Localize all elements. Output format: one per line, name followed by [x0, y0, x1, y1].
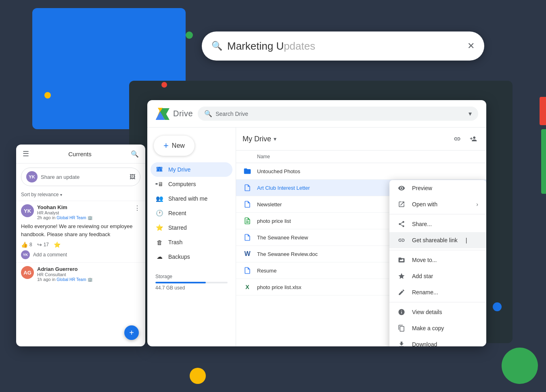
search-icon: 🔍: [204, 110, 212, 117]
menu-divider-1: [389, 214, 486, 214]
storage-bar: [155, 282, 228, 283]
floating-search-bar[interactable]: 🔍 Marketing Updates ✕: [202, 31, 484, 61]
fab-button[interactable]: +: [124, 325, 139, 340]
user-avatar-share: YK: [26, 171, 38, 182]
red-dot-mid: [161, 82, 167, 88]
add-star-icon: [397, 272, 406, 280]
post-role-1: HR Analyst: [37, 210, 92, 215]
add-person-button[interactable]: [467, 132, 480, 145]
drive-body: + New My Drive 🖥 Computers: [147, 128, 486, 346]
open-with-icon: [397, 200, 406, 208]
file-row[interactable]: Untouched Photos: [236, 163, 486, 180]
menu-divider-3: [389, 302, 486, 302]
new-button[interactable]: + New: [154, 136, 195, 156]
sidebar-label-recent: Recent: [168, 210, 186, 216]
blue-dot-bottom-right: [493, 302, 502, 311]
open-with-arrow: ›: [476, 201, 478, 208]
drive-logo: Drive: [155, 107, 193, 120]
sidebar-label-my-drive: My Drive: [168, 166, 190, 173]
yellow-dot: [44, 92, 51, 99]
like-action[interactable]: 👍 8: [21, 241, 32, 248]
post-author-1: YK Yoohan Kim HR Analyst 2h ago in Globa…: [21, 204, 140, 220]
post-item-1: YK Yoohan Kim HR Analyst 2h ago in Globa…: [16, 201, 145, 262]
currents-search-icon[interactable]: 🔍: [131, 150, 139, 158]
drive-header: Drive 🔍 Search Drive ▾: [147, 100, 486, 128]
context-menu-preview[interactable]: Preview: [389, 180, 486, 196]
context-menu-share[interactable]: Share...: [389, 216, 486, 232]
context-menu-move-to[interactable]: Move to...: [389, 252, 486, 268]
context-menu-rename[interactable]: Rename...: [389, 284, 486, 300]
sort-bar[interactable]: Sort by relevance ▾: [16, 190, 145, 201]
avatar-yoohan: YK: [21, 204, 34, 217]
view-details-label: View details: [412, 309, 442, 315]
drive-search-bar[interactable]: 🔍 Search Drive ▾: [198, 107, 478, 121]
doc-icon: [243, 183, 252, 193]
doc-icon: [243, 199, 252, 209]
share-update-text: Share an update: [41, 174, 79, 180]
post-options-1[interactable]: ⋮: [134, 204, 140, 212]
hamburger-icon[interactable]: ☰: [23, 149, 29, 158]
drive-main: My Drive ▾ Name: [236, 128, 486, 346]
sidebar-item-trash[interactable]: 🗑 Trash: [151, 235, 232, 249]
star-action[interactable]: ⭐: [54, 241, 61, 248]
my-drive-icon: [155, 166, 163, 174]
add-comment-text: Add a comment: [33, 252, 67, 258]
sidebar-label-starred: Starred: [168, 224, 187, 231]
storage-label: Storage: [155, 274, 228, 279]
close-search-icon[interactable]: ✕: [467, 41, 475, 51]
add-comment-bar[interactable]: YK Add a comment: [21, 250, 140, 259]
doc-icon: [243, 233, 252, 242]
share-update-bar[interactable]: YK Share an update 🖼: [21, 168, 140, 186]
toolbar-actions: [451, 132, 480, 145]
sidebar-item-recent[interactable]: 🕐 Recent: [151, 206, 232, 220]
sidebar-label-backups: Backups: [168, 254, 190, 260]
currents-title: Currents: [29, 151, 131, 157]
search-dropdown-icon[interactable]: ▾: [469, 110, 472, 117]
folder-icon: [243, 166, 252, 176]
trash-icon: 🗑: [155, 238, 163, 246]
sidebar-item-computers[interactable]: 🖥 Computers: [151, 177, 232, 191]
context-menu-download[interactable]: Download: [389, 336, 486, 346]
avatar-comment: YK: [21, 250, 30, 259]
word-icon: W: [243, 249, 252, 259]
sidebar-item-starred[interactable]: ⭐ Starred: [151, 220, 232, 235]
menu-divider-2: [389, 250, 486, 250]
green-dot-top: [186, 31, 193, 39]
file-list-header: Name: [236, 151, 486, 163]
share-icon: [397, 220, 406, 228]
yellow-square-bottom: [190, 368, 206, 384]
sidebar-item-backups[interactable]: ☁ Backups: [151, 249, 232, 264]
context-menu-make-copy[interactable]: Make a copy: [389, 320, 486, 336]
post-content-1: Hello everyone! We are reviewing our emp…: [21, 222, 140, 238]
context-menu-view-details[interactable]: View details: [389, 304, 486, 320]
storage-section: Storage 44.7 GB used: [151, 270, 232, 294]
sort-chevron[interactable]: ▾: [60, 193, 62, 197]
backups-icon: ☁: [155, 253, 163, 261]
context-menu-add-star[interactable]: Add star: [389, 268, 486, 284]
sidebar-item-shared[interactable]: 👥 Shared with me: [151, 191, 232, 206]
doc-icon: [243, 266, 252, 275]
sidebar-label-computers: Computers: [168, 181, 196, 187]
download-icon: [397, 340, 406, 346]
folder-title: My Drive ▾: [243, 135, 448, 143]
green-accent-bar: [541, 129, 546, 194]
sidebar-item-my-drive[interactable]: My Drive: [151, 162, 232, 177]
currents-card: ☰ Currents 🔍 YK Share an update 🖼 Sort b…: [16, 145, 145, 346]
search-bar-text[interactable]: Marketing Updates: [227, 40, 467, 52]
folder-dropdown-icon[interactable]: ▾: [274, 136, 276, 142]
get-shareable-link-label: Get shareable link: [412, 237, 458, 243]
file-name: Untouched Photos: [257, 168, 480, 174]
shared-icon: 👥: [155, 195, 163, 203]
svg-rect-4: [156, 183, 158, 185]
share-action[interactable]: ↪ 17: [37, 241, 49, 248]
context-menu-get-link[interactable]: Get shareable link |: [389, 232, 486, 248]
image-icon[interactable]: 🖼: [130, 174, 135, 180]
drive-sidebar: + New My Drive 🖥 Computers: [147, 128, 236, 346]
green-circle-bottom: [502, 348, 538, 384]
search-placeholder: Search Drive: [215, 111, 248, 117]
get-link-button[interactable]: [451, 132, 464, 145]
drive-card: Drive 🔍 Search Drive ▾ + New My Drive: [147, 100, 486, 346]
make-copy-label: Make a copy: [412, 325, 444, 331]
context-menu-open-with[interactable]: Open with ›: [389, 196, 486, 212]
post-item-2: AG Adrian Guerrero HR Consultant 1h ago …: [16, 262, 145, 285]
